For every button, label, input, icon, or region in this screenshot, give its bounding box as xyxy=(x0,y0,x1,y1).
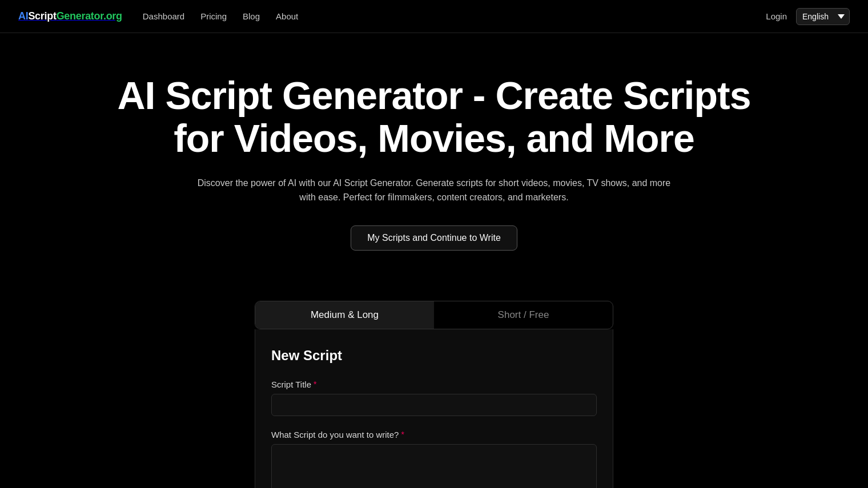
logo-ai: AI xyxy=(18,10,28,22)
tab-short-free[interactable]: Short / Free xyxy=(434,301,613,329)
script-description-label-text: What Script do you want to write? xyxy=(271,430,399,439)
script-description-required: * xyxy=(401,430,404,439)
nav-links: Dashboard Pricing Blog About xyxy=(143,11,298,22)
nav-right: Login English Español Français Deutsch 日… xyxy=(766,8,850,25)
nav-item-dashboard[interactable]: Dashboard xyxy=(143,11,184,22)
logo-gen: Generator xyxy=(57,10,103,22)
hero-title: AI Script Generator - Create Scripts for… xyxy=(110,74,758,160)
logo-org: .org xyxy=(103,10,122,22)
hero-section: AI Script Generator - Create Scripts for… xyxy=(91,33,777,278)
cta-button[interactable]: My Scripts and Continue to Write xyxy=(351,225,517,251)
nav-item-pricing[interactable]: Pricing xyxy=(200,11,227,22)
nav-link-about[interactable]: About xyxy=(276,11,298,21)
tabs-container: Medium & Long Short / Free xyxy=(255,301,613,329)
script-description-group: What Script do you want to write? * xyxy=(271,430,597,488)
script-title-required: * xyxy=(314,380,316,389)
form-wrapper: Medium & Long Short / Free New Script Sc… xyxy=(246,301,622,488)
language-select[interactable]: English Español Français Deutsch 日本語 xyxy=(796,8,850,25)
script-description-textarea[interactable] xyxy=(271,444,597,488)
tab-medium-long[interactable]: Medium & Long xyxy=(255,301,434,329)
nav-item-about[interactable]: About xyxy=(276,11,298,22)
script-title-label-text: Script Title xyxy=(271,380,311,389)
nav-item-blog[interactable]: Blog xyxy=(243,11,260,22)
logo[interactable]: AIScriptGenerator.org xyxy=(18,10,122,22)
navbar: AIScriptGenerator.org Dashboard Pricing … xyxy=(0,0,868,33)
login-link[interactable]: Login xyxy=(766,11,787,21)
form-card: New Script Script Title * What Script do… xyxy=(255,329,613,488)
logo-script: Script xyxy=(28,10,56,22)
script-title-group: Script Title * xyxy=(271,380,597,416)
script-title-label: Script Title * xyxy=(271,380,597,389)
script-title-input[interactable] xyxy=(271,394,597,416)
form-card-title: New Script xyxy=(271,348,597,364)
nav-left: AIScriptGenerator.org Dashboard Pricing … xyxy=(18,10,298,22)
nav-link-dashboard[interactable]: Dashboard xyxy=(143,11,184,21)
nav-link-blog[interactable]: Blog xyxy=(243,11,260,21)
hero-subtitle: Discover the power of AI with our AI Scr… xyxy=(188,176,680,205)
nav-link-pricing[interactable]: Pricing xyxy=(200,11,227,21)
script-description-label: What Script do you want to write? * xyxy=(271,430,597,439)
